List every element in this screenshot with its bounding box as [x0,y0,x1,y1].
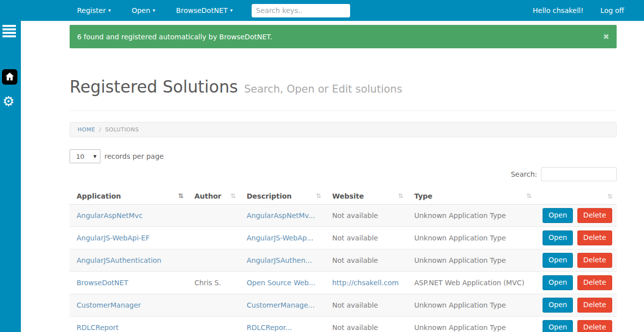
main-content: 6 found and registered automatically by … [70,21,617,332]
table-row: AngularAspNetMvc AngularAspNetMv... Not … [70,205,617,227]
sort-icon: ⇅ [316,192,321,200]
home-button[interactable] [2,69,17,85]
success-alert: 6 found and registered automatically by … [70,25,617,48]
table-row: CustomerManager CustomerManage... Not av… [70,294,617,317]
sort-icon: ⇅ [178,192,184,200]
type-text: Unknown Application Type [414,324,506,332]
application-link[interactable]: AngularJS-WebApi-EF [77,234,150,242]
nav-open-label: Open [132,6,150,14]
description-link[interactable]: AngularAspNetMv... [247,212,315,220]
nav-register-label: Register [77,6,106,14]
website-cell-text: Not available [332,212,378,220]
description-link[interactable]: Open Source Web... [247,279,315,287]
type-text: Unknown Application Type [414,212,506,220]
table-search-input[interactable] [541,167,617,181]
navbar-search-input[interactable] [252,4,350,17]
table-header-row: ⇅ Application ⇅ Author ⇅ Description ⇅ W… [70,189,617,205]
description-link[interactable]: RDLCRepor... [247,324,292,332]
open-button[interactable]: Open [543,230,573,245]
settings-gear-icon[interactable]: ⚙ [2,95,14,108]
nav-browsedotnet-label: BrowseDotNET [176,6,228,14]
breadcrumb: HOME / SOLUTIONS [70,122,617,137]
application-link[interactable]: AngularJSAuthentication [77,256,161,264]
description-link[interactable]: AngularJSAuthen... [247,256,312,264]
page-subtitle: Search, Open or Edit solutions [244,83,402,95]
description-link[interactable]: AngularJS-WebAp... [247,234,313,242]
nav-browsedotnet-dropdown[interactable]: BrowseDotNET ▾ [176,6,233,14]
column-header-application[interactable]: ⇅ Application [70,189,187,205]
breadcrumb-current: SOLUTIONS [105,126,139,133]
page-header: Registered Solutions Search, Open or Edi… [70,77,617,111]
type-text: ASP.NET Web Application (MVC) [414,279,525,287]
author-text: Chris S. [194,279,221,287]
open-button[interactable]: Open [543,208,573,223]
type-text: Unknown Application Type [414,234,506,242]
sort-icon: ⇅ [398,192,403,200]
menu-toggle-icon[interactable] [2,25,16,37]
page-title: Registered Solutions [70,77,238,97]
page-size-label: records per page [104,152,164,160]
table-filter-control: Search: [70,167,617,181]
page-size-value: 10 [76,153,85,160]
close-icon[interactable]: ✖ [603,32,609,41]
application-link[interactable]: CustomerManager [77,301,141,309]
caret-down-icon: ▾ [230,8,233,13]
open-button[interactable]: Open [543,253,573,268]
application-link[interactable]: RDLCReport [77,324,119,332]
delete-button[interactable]: Delete [577,298,612,313]
type-text: Unknown Application Type [414,301,506,309]
breadcrumb-separator: / [99,126,101,133]
open-button[interactable]: Open [543,275,573,290]
left-sidebar: ⚙ [0,21,21,332]
navbar-menu: Register ▾ Open ▾ BrowseDotNET ▾ [77,6,233,14]
delete-button[interactable]: Delete [577,208,612,223]
caret-down-icon: ▾ [108,8,111,13]
sort-icon: ⇅ [230,192,236,200]
column-header-website[interactable]: ⇅ Website [325,189,407,205]
sort-icon: ⇅ [526,192,532,200]
website-cell-text: Not available [332,324,378,332]
open-button[interactable]: Open [543,320,573,332]
delete-button[interactable]: Delete [577,230,612,245]
delete-button[interactable]: Delete [577,275,612,290]
table-search-label: Search: [511,170,537,178]
navbar-right: Hello chsakell! Log off [533,6,624,14]
nav-register-dropdown[interactable]: Register ▾ [77,6,111,14]
page-size-select[interactable]: 10 ▼ [70,149,100,163]
caret-down-icon: ▾ [153,8,155,13]
column-header-description[interactable]: ⇅ Description [240,189,325,205]
nav-open-dropdown[interactable]: Open ▾ [132,6,155,14]
application-link[interactable]: AngularAspNetMvc [77,212,143,220]
column-header-actions[interactable]: ⇅ [536,189,617,205]
table-row: AngularJS-WebApi-EF AngularJS-WebAp... N… [70,227,617,249]
table-length-control: 10 ▼ records per page [70,149,617,163]
delete-button[interactable]: Delete [577,320,612,332]
delete-button[interactable]: Delete [577,253,612,268]
home-icon [4,71,15,83]
navbar-search [252,4,350,17]
column-header-author[interactable]: ⇅ Author [187,189,240,205]
open-button[interactable]: Open [543,298,573,313]
logoff-link[interactable]: Log off [600,6,624,14]
website-link[interactable]: http://chsakell.com [332,279,399,287]
type-text: Unknown Application Type [414,256,506,264]
column-header-type[interactable]: ⇅ Type [407,189,536,205]
website-cell-text: Not available [332,256,378,264]
table-row: RDLCReport RDLCRepor... Not available Un… [70,317,617,332]
greeting-link[interactable]: Hello chsakell! [533,6,583,14]
select-arrow-icon: ▼ [93,154,96,159]
application-link[interactable]: BrowseDotNET [77,279,128,287]
website-cell-text: Not available [332,301,378,309]
top-navbar: Register ▾ Open ▾ BrowseDotNET ▾ Hello c… [0,0,644,21]
table-row: BrowseDotNET Chris S. Open Source Web...… [70,272,617,294]
sort-icon: ⇅ [607,193,613,200]
alert-message: 6 found and registered automatically by … [77,33,272,41]
description-link[interactable]: CustomerManage... [247,301,315,309]
solutions-table: ⇅ Application ⇅ Author ⇅ Description ⇅ W… [70,189,617,332]
breadcrumb-home-link[interactable]: HOME [78,126,95,133]
table-row: AngularJSAuthentication AngularJSAuthen.… [70,249,617,272]
website-cell-text: Not available [332,234,378,242]
